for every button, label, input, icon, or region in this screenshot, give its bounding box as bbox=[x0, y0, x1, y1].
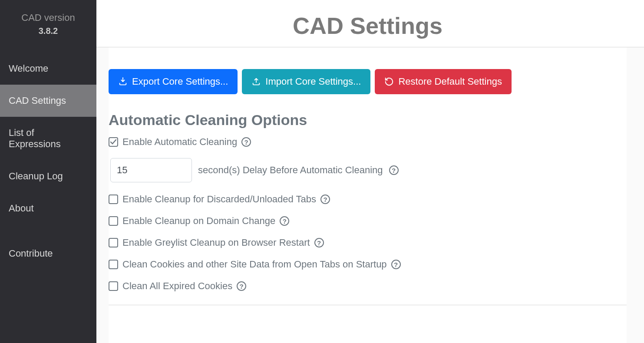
option-enable-auto-clean: Enable Automatic Cleaning ? bbox=[109, 136, 627, 148]
checkbox-domain-change[interactable] bbox=[109, 216, 118, 226]
restore-button-label: Restore Default Settings bbox=[398, 76, 502, 87]
help-icon[interactable]: ? bbox=[389, 165, 399, 175]
app-title: CAD version bbox=[4, 12, 92, 23]
sidebar-item-cleanup-log[interactable]: Cleanup Log bbox=[0, 160, 96, 192]
option-label: Enable Automatic Cleaning bbox=[122, 136, 237, 148]
undo-icon bbox=[384, 77, 394, 86]
option-delay-row: second(s) Delay Before Automatic Cleanin… bbox=[110, 158, 627, 182]
option-expired-cookies: Clean All Expired Cookies ? bbox=[109, 280, 627, 292]
help-icon[interactable]: ? bbox=[391, 260, 401, 269]
option-label: Clean Cookies and other Site Data from O… bbox=[122, 259, 387, 270]
option-domain-change: Enable Cleanup on Domain Change ? bbox=[109, 215, 627, 227]
sidebar-item-contribute[interactable]: Contribute bbox=[0, 237, 96, 270]
option-label: Enable Greylist Cleanup on Browser Resta… bbox=[122, 237, 310, 248]
checkbox-enable-auto-clean[interactable] bbox=[109, 137, 118, 147]
checkbox-expired-cookies[interactable] bbox=[109, 281, 118, 291]
sidebar-item-cad-settings[interactable]: CAD Settings bbox=[0, 85, 96, 117]
restore-defaults-button[interactable]: Restore Default Settings bbox=[375, 69, 511, 94]
sidebar: CAD version 3.8.2 Welcome CAD Settings L… bbox=[0, 0, 96, 343]
checkbox-open-tabs-startup[interactable] bbox=[109, 260, 118, 269]
sidebar-nav: Welcome CAD Settings List of Expressions… bbox=[0, 53, 96, 270]
option-label: Enable Cleanup for Discarded/Unloaded Ta… bbox=[122, 194, 316, 205]
export-settings-button[interactable]: Export Core Settings... bbox=[109, 69, 238, 94]
help-icon[interactable]: ? bbox=[237, 281, 246, 291]
checkbox-discarded-tabs[interactable] bbox=[109, 195, 118, 204]
help-icon[interactable]: ? bbox=[241, 137, 251, 147]
sidebar-item-welcome[interactable]: Welcome bbox=[0, 53, 96, 85]
main-content: CAD Settings Export Core Settings... Imp… bbox=[96, 0, 644, 343]
action-button-row: Export Core Settings... Import Core Sett… bbox=[109, 69, 627, 94]
import-button-label: Import Core Settings... bbox=[265, 76, 361, 87]
sidebar-item-expressions[interactable]: List of Expressions bbox=[0, 117, 96, 160]
app-version: 3.8.2 bbox=[4, 26, 92, 36]
delay-input[interactable] bbox=[110, 158, 192, 182]
import-settings-button[interactable]: Import Core Settings... bbox=[242, 69, 370, 94]
checkbox-greylist-restart[interactable] bbox=[109, 238, 118, 247]
help-icon[interactable]: ? bbox=[280, 216, 289, 226]
option-greylist-restart: Enable Greylist Cleanup on Browser Resta… bbox=[109, 237, 627, 248]
option-open-tabs-startup: Clean Cookies and other Site Data from O… bbox=[109, 259, 627, 270]
section-divider bbox=[109, 305, 627, 305]
section-title-auto-clean: Automatic Cleaning Options bbox=[109, 112, 627, 129]
sidebar-item-about[interactable]: About bbox=[0, 192, 96, 224]
page-title: CAD Settings bbox=[96, 0, 644, 47]
check-icon bbox=[110, 139, 117, 145]
export-button-label: Export Core Settings... bbox=[132, 76, 228, 87]
option-discarded-tabs: Enable Cleanup for Discarded/Unloaded Ta… bbox=[109, 194, 627, 205]
option-label: Enable Cleanup on Domain Change bbox=[122, 215, 275, 227]
sidebar-header: CAD version 3.8.2 bbox=[0, 0, 96, 40]
help-icon[interactable]: ? bbox=[314, 238, 324, 247]
option-label: Clean All Expired Cookies bbox=[122, 280, 232, 292]
upload-icon bbox=[251, 77, 261, 86]
download-icon bbox=[118, 77, 128, 86]
delay-label: second(s) Delay Before Automatic Cleanin… bbox=[198, 165, 383, 176]
help-icon[interactable]: ? bbox=[320, 195, 330, 204]
